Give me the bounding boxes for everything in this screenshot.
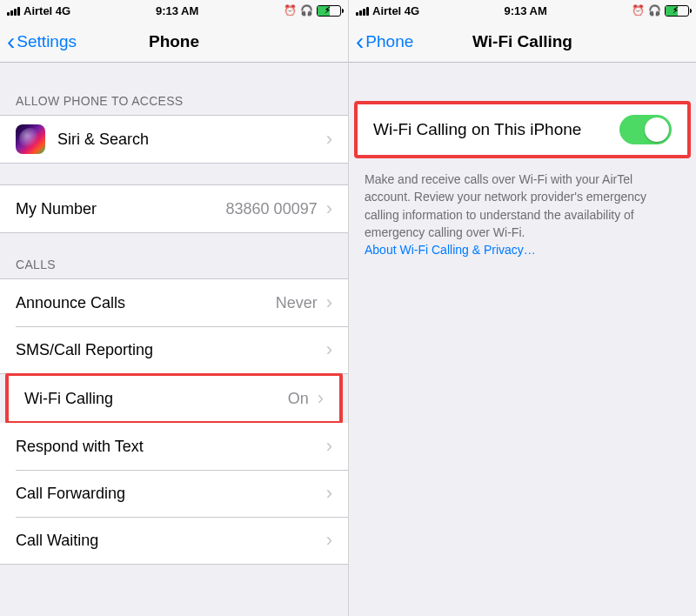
row-label: Wi-Fi Calling bbox=[24, 390, 288, 408]
row-label: Announce Calls bbox=[16, 294, 276, 312]
row-label: My Number bbox=[16, 200, 226, 218]
row-label: Call Waiting bbox=[16, 532, 326, 550]
group-calls-cont: Respond with Text › Call Forwarding › Ca… bbox=[0, 423, 348, 565]
row-announce-calls[interactable]: Announce Calls Never › bbox=[0, 279, 348, 326]
headphones-icon: 🎧 bbox=[300, 4, 313, 17]
row-sms-call-reporting[interactable]: SMS/Call Reporting › bbox=[0, 326, 348, 373]
row-value: On bbox=[288, 390, 309, 408]
screen-phone-settings: Airtel 4G 9:13 AM ⏰ 🎧 ⚡︎ ‹ Settings Phon… bbox=[0, 0, 348, 616]
back-button[interactable]: ‹ Phone bbox=[356, 32, 413, 51]
back-button[interactable]: ‹ Settings bbox=[7, 32, 77, 51]
toggle-switch-on[interactable] bbox=[619, 115, 672, 144]
carrier-label: Airtel 4G bbox=[23, 4, 70, 17]
headphones-icon: 🎧 bbox=[648, 4, 661, 17]
row-label: Wi-Fi Calling on This iPhone bbox=[373, 120, 619, 139]
alarm-icon: ⏰ bbox=[632, 4, 645, 17]
row-label: Call Forwarding bbox=[16, 485, 326, 503]
highlight-wifi-toggle: Wi-Fi Calling on This iPhone bbox=[354, 101, 691, 158]
group-calls: Announce Calls Never › SMS/Call Reportin… bbox=[0, 278, 348, 374]
status-bar: Airtel 4G 9:13 AM ⏰ 🎧 ⚡︎ bbox=[349, 0, 696, 21]
status-time: 9:13 AM bbox=[70, 4, 284, 17]
group-access: Siri & Search › bbox=[0, 115, 348, 164]
battery-icon: ⚡︎ bbox=[317, 5, 341, 17]
siri-icon bbox=[16, 124, 45, 154]
row-value: 83860 00097 bbox=[226, 200, 318, 218]
back-label: Phone bbox=[365, 32, 413, 51]
group-my-number: My Number 83860 00097 › bbox=[0, 184, 348, 233]
signal-bars-icon bbox=[7, 5, 20, 16]
highlight-wifi-calling: Wi-Fi Calling On › bbox=[5, 372, 343, 425]
row-wifi-calling[interactable]: Wi-Fi Calling On › bbox=[9, 376, 339, 421]
row-label: SMS/Call Reporting bbox=[16, 341, 326, 359]
section-footer: Make and receive calls over Wi-Fi with y… bbox=[349, 162, 696, 265]
battery-icon: ⚡︎ bbox=[665, 5, 689, 17]
section-header-access: ALLOW PHONE TO ACCESS bbox=[0, 63, 348, 115]
about-wifi-calling-link[interactable]: About Wi-Fi Calling & Privacy… bbox=[365, 243, 536, 257]
row-my-number[interactable]: My Number 83860 00097 › bbox=[0, 185, 348, 232]
row-call-forwarding[interactable]: Call Forwarding › bbox=[0, 470, 348, 517]
nav-bar: ‹ Phone Wi-Fi Calling bbox=[349, 21, 696, 63]
row-respond-with-text[interactable]: Respond with Text › bbox=[0, 423, 348, 470]
row-label: Siri & Search bbox=[57, 131, 326, 149]
signal-bars-icon bbox=[356, 5, 369, 16]
alarm-icon: ⏰ bbox=[284, 4, 297, 17]
row-call-waiting[interactable]: Call Waiting › bbox=[0, 517, 348, 564]
footer-text: Make and receive calls over Wi-Fi with y… bbox=[365, 172, 646, 239]
carrier-label: Airtel 4G bbox=[372, 4, 419, 17]
row-siri-search[interactable]: Siri & Search › bbox=[0, 116, 348, 163]
back-label: Settings bbox=[17, 32, 77, 51]
row-wifi-calling-toggle[interactable]: Wi-Fi Calling on This iPhone bbox=[358, 104, 687, 155]
section-header-calls: CALLS bbox=[0, 233, 348, 278]
status-bar: Airtel 4G 9:13 AM ⏰ 🎧 ⚡︎ bbox=[0, 0, 348, 21]
status-time: 9:13 AM bbox=[419, 4, 632, 17]
row-value: Never bbox=[276, 294, 318, 312]
nav-bar: ‹ Settings Phone bbox=[0, 21, 348, 63]
row-label: Respond with Text bbox=[16, 438, 326, 456]
screen-wifi-calling: Airtel 4G 9:13 AM ⏰ 🎧 ⚡︎ ‹ Phone Wi-Fi C… bbox=[348, 0, 696, 616]
